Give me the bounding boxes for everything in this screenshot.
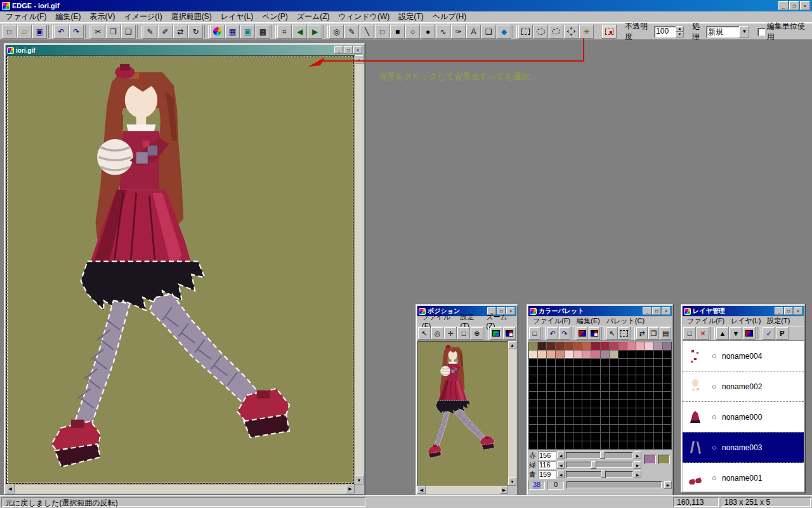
palette-cell[interactable] — [565, 425, 573, 432]
palette-cell[interactable] — [547, 400, 555, 408]
scroll-up-button[interactable]: ▲ — [355, 55, 363, 64]
line-tool-button[interactable]: ╲ — [360, 25, 374, 39]
palette-cell[interactable] — [610, 408, 618, 416]
palette-cell[interactable] — [654, 375, 662, 383]
palette-cell[interactable] — [619, 351, 627, 358]
position-zoom-button[interactable]: ◎ — [431, 327, 444, 340]
palette-cell[interactable] — [627, 408, 636, 416]
palette-color-set-button[interactable] — [589, 327, 600, 340]
scroll-down-button[interactable]: ▼ — [355, 476, 363, 485]
palette-cell[interactable] — [627, 342, 636, 350]
palette-cell[interactable] — [538, 392, 546, 399]
palette-cell[interactable] — [619, 375, 627, 383]
palette-cell[interactable] — [645, 384, 653, 391]
redo-button[interactable]: ↷ — [69, 25, 84, 39]
move-pen-button[interactable]: ✎ — [143, 25, 157, 39]
curve-tool-button[interactable]: ∿ — [436, 25, 450, 39]
palette-cell[interactable] — [663, 392, 671, 399]
layer-row[interactable]: ○noname004 — [683, 341, 804, 371]
palette-cell[interactable] — [627, 433, 636, 441]
palette-cell[interactable] — [663, 400, 671, 408]
tile-grid-button[interactable]: ▦ — [225, 25, 240, 39]
scroll-track[interactable] — [355, 64, 363, 476]
close-button[interactable]: ✕ — [800, 1, 810, 10]
palette-cell[interactable] — [663, 433, 671, 441]
palette-cell[interactable] — [591, 342, 599, 350]
palette-cell[interactable] — [619, 400, 627, 408]
palette-cell[interactable] — [565, 433, 573, 441]
palette-cell[interactable] — [591, 433, 599, 441]
palette-cell[interactable] — [529, 359, 537, 366]
layer-maximize-button[interactable]: □ — [784, 307, 793, 315]
palette-minimize-button[interactable]: _ — [643, 307, 652, 315]
layer-radio[interactable]: ○ — [709, 443, 719, 452]
palette-cell[interactable] — [627, 384, 636, 391]
palette-cell[interactable] — [663, 359, 671, 366]
palette-cell[interactable] — [547, 367, 555, 375]
palette-cell[interactable] — [663, 367, 671, 375]
palette-cell[interactable] — [547, 433, 555, 441]
menu-item-1[interactable]: レイヤ(L) — [728, 316, 764, 326]
layer-row[interactable]: ○noname002 — [683, 371, 804, 402]
palette-cell[interactable] — [610, 392, 618, 399]
rgb-value[interactable]: 159 — [538, 471, 556, 479]
palette-cell[interactable] — [573, 425, 582, 432]
layer-down-button[interactable]: ▼ — [730, 327, 742, 340]
paste-button[interactable]: ❏ — [121, 25, 136, 39]
canvas-horizontal-scrollbar[interactable]: ◀ ▶ — [6, 485, 355, 493]
layer-radio[interactable]: ○ — [709, 382, 719, 391]
preview-monitor-button[interactable]: ▣ — [240, 25, 255, 39]
palette-cell[interactable] — [547, 441, 555, 449]
palette-cell[interactable] — [610, 375, 618, 383]
rgb-slider-thumb[interactable] — [591, 461, 596, 469]
palette-cell[interactable] — [556, 359, 564, 366]
palette-cell[interactable] — [654, 351, 662, 358]
rgb-increase-button[interactable]: ▶ — [634, 461, 641, 469]
palette-cell[interactable] — [565, 342, 573, 350]
palette-cell[interactable] — [645, 367, 653, 375]
palette-cell[interactable] — [529, 367, 537, 375]
palette-cell[interactable] — [636, 367, 645, 375]
layer-visible-button[interactable]: ✓ — [763, 327, 775, 340]
page-next-button[interactable]: ▶ — [308, 25, 322, 39]
palette-cell[interactable] — [573, 351, 582, 358]
palette-cell[interactable] — [636, 342, 645, 350]
position-refresh-button[interactable] — [490, 327, 503, 340]
palette-window-titlebar[interactable]: カラーパレット _ □ ✕ — [528, 306, 672, 316]
canvas-window-titlebar[interactable]: iori.gif _ ❐ ✕ — [6, 45, 363, 55]
palette-cell[interactable] — [663, 351, 671, 358]
palette-gradient-button[interactable]: ▤ — [660, 327, 671, 340]
palette-cell[interactable] — [547, 384, 555, 391]
palette-cell[interactable] — [619, 417, 627, 424]
layer-merge-button[interactable] — [743, 327, 756, 340]
menu-item-9[interactable]: 設定(T) — [394, 11, 428, 23]
palette-cell[interactable] — [565, 384, 573, 391]
menu-item-6[interactable]: ペン(P) — [258, 11, 292, 23]
palette-cell[interactable] — [601, 417, 609, 424]
layer-delete-button[interactable]: ✕ — [697, 327, 709, 340]
palette-index-value[interactable]: 38 — [528, 481, 545, 490]
palette-cell[interactable] — [538, 425, 546, 432]
grid-settings-button[interactable]: ⌗ — [277, 25, 292, 39]
palette-cell[interactable] — [627, 400, 636, 408]
layer-new-button[interactable]: □ — [683, 327, 696, 340]
palette-cell[interactable] — [547, 375, 555, 383]
palette-cell[interactable] — [538, 441, 546, 449]
layer-minimize-button[interactable]: _ — [775, 307, 783, 315]
layer-radio[interactable]: ○ — [709, 473, 719, 483]
palette-index-next-button[interactable]: ▶ — [664, 481, 672, 489]
palette-cell[interactable] — [601, 392, 609, 399]
palette-cell[interactable] — [663, 441, 671, 449]
palette-cell[interactable] — [547, 342, 555, 350]
layer-row[interactable]: ○noname003 — [683, 432, 804, 463]
palette-cell[interactable] — [619, 359, 627, 366]
flip-horizontal-button[interactable]: ⇄ — [173, 25, 188, 39]
palette-cell[interactable] — [556, 417, 564, 424]
palette-cell[interactable] — [529, 441, 537, 449]
palette-cell[interactable] — [601, 384, 609, 391]
page-prev-button[interactable]: ◀ — [292, 25, 307, 39]
palette-cell[interactable] — [645, 425, 653, 432]
palette-cell[interactable] — [565, 375, 573, 383]
palette-cell[interactable] — [538, 342, 546, 350]
fill-ellipse-tool-button[interactable]: ● — [421, 25, 435, 39]
